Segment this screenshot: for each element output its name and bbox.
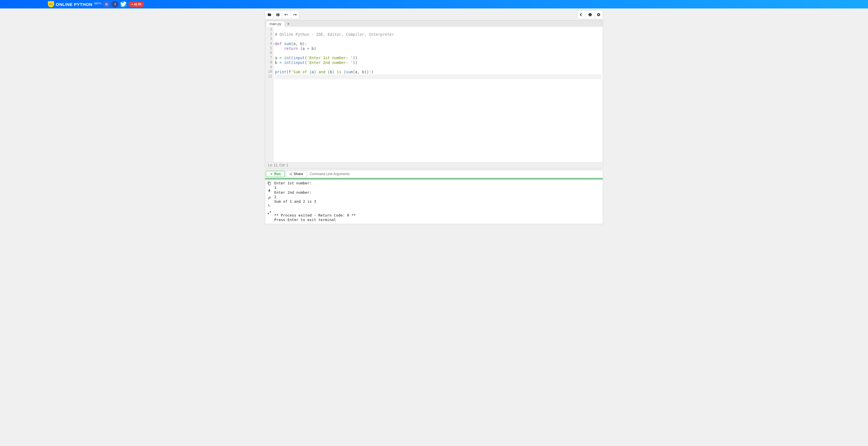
redo-button[interactable] [290,10,299,19]
facebook-icon[interactable]: f [112,1,118,8]
download-button[interactable] [267,188,271,193]
terminal-output[interactable]: Enter 1st number: 1 Enter 2nd number: 2 … [273,179,603,224]
status-bar: Ln: 11, Col: 1 [265,162,603,168]
twitter-icon[interactable] [120,1,127,8]
share-icon [289,173,292,176]
terminal-toolbar [265,179,273,224]
file-toolbar [265,10,299,19]
code-body[interactable]: # Online Python - IDE, Editor, Compiler,… [274,27,603,162]
terminal-panel: Enter 1st number: 1 Enter 2nd number: 2 … [265,178,603,224]
info-button[interactable] [586,10,594,19]
code-editor[interactable]: 1234▾567891011 # Online Python - IDE, Ed… [265,27,603,162]
terminal-icon [268,204,271,207]
share-button[interactable]: Share [285,171,307,177]
google-icon[interactable]: G [103,1,110,8]
prompt-button[interactable] [267,203,271,208]
share-count-value: 43.7K [134,3,142,6]
add-tab-button[interactable]: + [285,21,292,27]
plus-icon: + [287,22,289,26]
open-file-button[interactable] [265,10,274,19]
copy-icon [268,182,271,185]
share-label: Share [293,172,303,176]
settings-button[interactable] [594,10,603,19]
gutter: 1234▾567891011 [265,27,274,162]
beta-badge: BETA [94,2,102,5]
redo-icon [293,13,297,17]
dark-mode-button[interactable] [578,10,586,19]
tab-main[interactable]: main.py [266,21,285,27]
toolbar [265,10,603,19]
undo-button[interactable] [282,10,290,19]
save-file-button[interactable] [274,10,282,19]
settings-toolbar [577,10,603,19]
share-count-button[interactable]: + 43.7K [128,2,144,7]
site-title: ONLINE PYTHON BETA [56,2,101,7]
logo[interactable]: PY ONLINE PYTHON BETA [48,1,101,7]
download-icon [268,189,271,192]
expand-button[interactable] [267,210,271,215]
expand-icon [268,211,271,214]
undo-icon [284,13,288,17]
run-button[interactable]: Run [266,171,285,177]
copy-button[interactable] [267,181,271,185]
cli-args-input[interactable] [307,170,603,178]
gear-icon [597,13,600,17]
action-bar: Run Share [265,170,603,178]
info-icon [588,13,592,17]
logo-badge-icon: PY [48,1,54,7]
editor-panel: main.py + 1234▾567891011 # Online Python… [265,20,603,168]
clear-button[interactable] [267,196,271,200]
moon-icon [580,13,584,17]
run-label: Run [274,172,281,176]
plus-icon: + [131,3,133,6]
play-icon [270,173,273,175]
top-nav: PY ONLINE PYTHON BETA G f + 43.7K [0,0,868,8]
tab-bar: main.py + [265,21,603,27]
erase-icon [268,196,271,200]
folder-open-icon [268,13,271,17]
save-icon [276,13,280,17]
